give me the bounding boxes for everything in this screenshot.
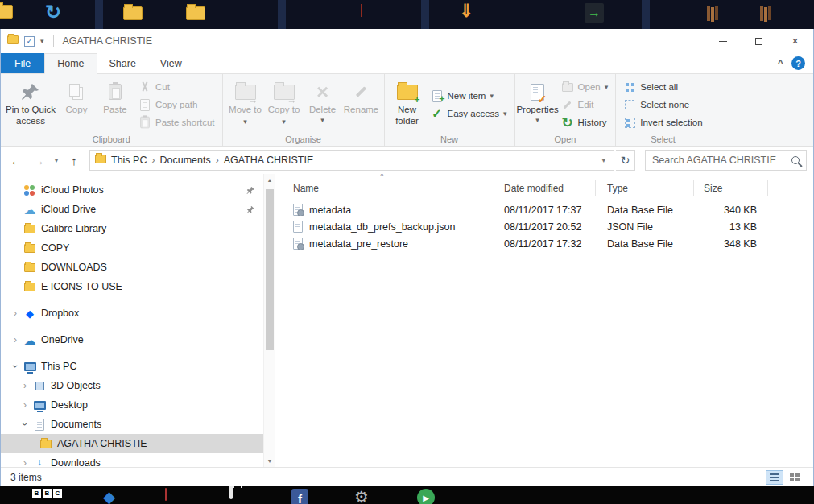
bbc-app-icon[interactable]: BBC	[32, 489, 62, 498]
tab-file[interactable]: File	[1, 53, 44, 73]
copy-to-icon: →	[274, 79, 295, 105]
expand-icon[interactable]: ›	[9, 334, 22, 345]
sync-arrows-icon[interactable]: ↻	[45, 2, 61, 22]
taskbar-strip: BBC ◆ f ⚙ ▶	[0, 486, 814, 504]
easy-access-button[interactable]: ✓ Easy access ▾	[427, 105, 511, 122]
file-row[interactable]: metadata_db_prefs_backup.json 08/11/2017…	[275, 218, 813, 235]
copy-button[interactable]: Copy	[57, 76, 96, 131]
large-icons-view-button[interactable]	[786, 470, 804, 485]
sidebar-item-calibre-library[interactable]: Calibre Library	[1, 219, 263, 238]
file-row[interactable]: metadata 08/11/2017 17:37 Data Base File…	[275, 201, 813, 218]
history-button[interactable]: ↻ History	[557, 114, 613, 131]
paste-button[interactable]: Paste	[96, 76, 134, 131]
sidebar-scrollbar[interactable]: ▲ ▼	[263, 174, 275, 467]
forward-icon[interactable]: →	[28, 150, 49, 171]
books-icon[interactable]	[707, 6, 710, 23]
sidebar-item-icloud-photos[interactable]: iCloud Photos	[1, 180, 263, 200]
address-dropdown-icon[interactable]: ▾	[598, 156, 609, 164]
blue-app-icon[interactable]: ◆	[103, 489, 115, 504]
column-header-type[interactable]: Type	[596, 180, 694, 196]
scrollbar-thumb[interactable]	[266, 189, 274, 350]
qat-customize-icon[interactable]: ▾	[40, 37, 44, 45]
sidebar-item-copy[interactable]: COPY	[1, 238, 263, 258]
play-app-icon[interactable]: ▶	[417, 489, 435, 504]
invert-selection-button[interactable]: Invert selection	[619, 114, 706, 131]
collapse-icon[interactable]: ›	[19, 418, 31, 431]
tab-view[interactable]: View	[148, 53, 194, 73]
settings-gear-icon[interactable]: ⚙	[354, 489, 369, 504]
breadcrumb-documents[interactable]: Documents	[159, 155, 210, 166]
sidebar-item-3d-objects[interactable]: › 3D Objects	[1, 376, 263, 395]
new-item-button[interactable]: + New item ▾	[427, 87, 511, 105]
minimize-button[interactable]	[705, 29, 741, 53]
refresh-icon[interactable]: ↻	[616, 150, 635, 171]
search-input[interactable]	[652, 155, 787, 166]
sidebar-item-downloads[interactable]: › ↓ Downloads	[1, 453, 263, 467]
expand-icon[interactable]: ›	[19, 457, 31, 467]
edit-button[interactable]: Edit	[557, 96, 613, 114]
delete-button[interactable]: × Delete ▾	[304, 76, 342, 131]
breadcrumb-this-pc[interactable]: This PC	[111, 155, 147, 166]
address-box[interactable]: This PC › Documents › AGATHA CHRISTIE ▾	[89, 150, 614, 171]
ribbon-group-open: ✓ Properties ▾ Open ▾ Edit	[515, 74, 617, 146]
tab-home[interactable]: Home	[44, 53, 97, 74]
file-row[interactable]: metadata_pre_restore 08/11/2017 17:32 Da…	[275, 235, 813, 252]
red-game-app-icon[interactable]	[165, 489, 167, 500]
tab-share[interactable]: Share	[97, 53, 148, 73]
sidebar-item-desktop[interactable]: › Desktop	[1, 395, 263, 415]
desktop-folder-icon[interactable]	[186, 6, 205, 23]
sidebar-item-icloud-drive[interactable]: ☁ iCloud Drive	[1, 200, 263, 219]
rename-button[interactable]: Rename	[342, 76, 381, 131]
documents-icon	[31, 419, 48, 431]
copy-path-button[interactable]: Copy path	[134, 96, 219, 114]
sidebar-item-agatha-christie[interactable]: AGATHA CHRISTIE	[1, 434, 263, 453]
properties-button[interactable]: ✓ Properties ▾	[519, 76, 557, 131]
facebook-icon[interactable]: f	[291, 489, 308, 504]
books-icon[interactable]	[760, 6, 763, 23]
sidebar-item-downloads-folder[interactable]: DOWNLOADS	[1, 258, 263, 277]
desktop-folder-icon[interactable]	[123, 6, 143, 23]
desktop-folder-icon[interactable]	[0, 5, 13, 21]
paste-shortcut-button[interactable]: Paste shortcut	[134, 114, 219, 131]
copy-to-button[interactable]: → Copy to ▾	[265, 76, 304, 131]
sidebar-item-this-pc[interactable]: › This PC	[1, 357, 263, 376]
close-button[interactable]: ×	[777, 29, 813, 53]
green-arrow-tile-icon[interactable]: →	[585, 3, 604, 23]
scroll-up-icon[interactable]: ▲	[264, 174, 275, 186]
column-header-name[interactable]: Name	[275, 180, 494, 196]
cut-button[interactable]: Cut	[134, 78, 219, 96]
breadcrumb-agatha-christie[interactable]: AGATHA CHRISTIE	[224, 155, 314, 166]
sidebar-item-onedrive[interactable]: › ☁ OneDrive	[1, 330, 263, 349]
select-all-button[interactable]: Select all	[619, 78, 706, 96]
recent-locations-icon[interactable]: ▾	[51, 150, 62, 171]
this-pc-icon	[22, 362, 38, 371]
open-button[interactable]: Open ▾	[557, 78, 613, 96]
details-view-button[interactable]	[766, 470, 783, 485]
up-icon[interactable]: ↑	[64, 150, 85, 171]
scroll-down-icon[interactable]: ▼	[264, 455, 275, 467]
column-header-date-modified[interactable]: Date modified	[494, 180, 596, 196]
store-bag-icon[interactable]	[229, 486, 233, 498]
new-folder-button[interactable]: + New folder	[388, 76, 427, 131]
search-icon[interactable]	[791, 156, 800, 164]
collapse-ribbon-icon[interactable]: ^	[777, 57, 783, 69]
help-icon[interactable]: ?	[791, 56, 805, 70]
sidebar-item-documents[interactable]: › Documents	[1, 415, 263, 434]
pin-to-quick-access-button[interactable]: Pin to Quick access	[4, 76, 57, 131]
sidebar-item-dropbox[interactable]: › ◆ Dropbox	[1, 304, 263, 323]
expand-icon[interactable]: ›	[19, 399, 31, 411]
qat-properties-icon[interactable]: ✓	[24, 36, 35, 47]
expand-icon[interactable]: ›	[9, 308, 22, 319]
screen: ↻ ⇓ → ✓ ▾ AGATHA CHRISTIE ×	[0, 0, 814, 504]
move-to-button[interactable]: → Move to ▾	[226, 76, 265, 131]
red-app-icon[interactable]	[361, 5, 362, 16]
back-icon[interactable]: ←	[6, 150, 27, 171]
select-none-button[interactable]: Select none	[619, 96, 706, 114]
expand-icon[interactable]: ›	[19, 380, 31, 391]
maximize-button[interactable]	[741, 29, 777, 53]
download-arrows-icon[interactable]: ⇓	[459, 2, 473, 20]
column-header-size[interactable]: Size	[694, 180, 768, 196]
collapse-icon[interactable]: ›	[10, 360, 21, 373]
sidebar-item-e-icons-to-use[interactable]: E ICONS TO USE	[1, 277, 263, 296]
scrollbar-track[interactable]	[264, 186, 275, 455]
